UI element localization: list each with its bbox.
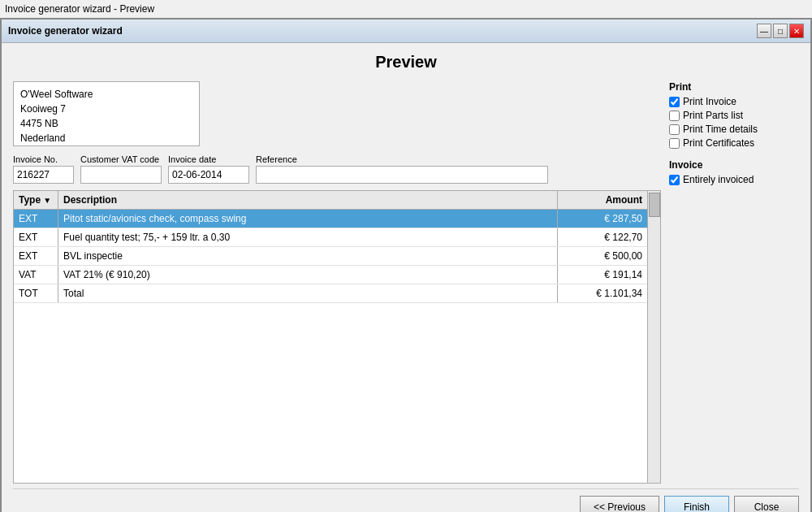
invoice-no-group: Invoice No. bbox=[13, 154, 74, 184]
dialog-title-text: Invoice generator wizard bbox=[8, 25, 123, 37]
print-option: Print Invoice bbox=[669, 96, 799, 107]
table-body: EXT Pitot static/avionics check, compass… bbox=[14, 210, 647, 483]
cell-type: VAT bbox=[14, 266, 58, 284]
table-with-scroll: Type ▼ Description Amount EXT Pitot stat… bbox=[13, 190, 661, 484]
cell-desc: Fuel quantity test; 75,- + 159 ltr. a 0,… bbox=[58, 228, 558, 246]
scrollbar-thumb[interactable] bbox=[649, 193, 660, 217]
print-option: Print Certificates bbox=[669, 137, 799, 149]
header-desc: Description bbox=[58, 191, 558, 209]
type-label: Type bbox=[19, 194, 41, 206]
outer-title-bar: Invoice generator wizard - Preview bbox=[0, 0, 812, 18]
invoice-date-input[interactable] bbox=[168, 166, 249, 184]
preview-title: Preview bbox=[13, 53, 799, 72]
vat-code-group: Customer VAT code bbox=[80, 154, 162, 184]
dialog-content: Preview O'Weel SoftwareKooiweg 74475 NBN… bbox=[2, 43, 810, 512]
table-row[interactable]: EXT Pitot static/avionics check, compass… bbox=[14, 210, 647, 228]
reference-label: Reference bbox=[256, 154, 548, 164]
bottom-bar: << Previous Finish Close bbox=[13, 488, 799, 512]
table-row[interactable]: TOT Total € 1.101,34 bbox=[14, 284, 647, 303]
cell-amount: € 287,50 bbox=[558, 210, 647, 228]
address-box: O'Weel SoftwareKooiweg 74475 NBNederland bbox=[13, 81, 200, 146]
print-group: PrintPrint InvoicePrint Parts listPrint … bbox=[669, 81, 799, 151]
finish-button[interactable]: Finish bbox=[664, 496, 729, 512]
cell-desc: BVL inspectie bbox=[58, 247, 558, 265]
table-row[interactable]: EXT Fuel quantity test; 75,- + 159 ltr. … bbox=[14, 228, 647, 247]
header-amount: Amount bbox=[558, 191, 647, 209]
reference-group: Reference bbox=[256, 154, 548, 184]
sort-icon: ▼ bbox=[43, 196, 51, 205]
reference-input[interactable] bbox=[256, 166, 548, 184]
close-button[interactable]: Close bbox=[734, 496, 799, 512]
print-option: Print Parts list bbox=[669, 110, 799, 121]
scrollbar-area bbox=[648, 190, 661, 484]
vat-code-input[interactable] bbox=[80, 166, 162, 184]
right-panel: PrintPrint InvoicePrint Parts listPrint … bbox=[669, 81, 799, 484]
minimize-button[interactable]: — bbox=[757, 24, 771, 38]
cell-type: TOT bbox=[14, 284, 58, 302]
invoice-date-label: Invoice date bbox=[168, 154, 249, 164]
cell-type: EXT bbox=[14, 247, 58, 265]
table-header: Type ▼ Description Amount bbox=[14, 191, 647, 210]
table-row[interactable]: EXT BVL inspectie € 500,00 bbox=[14, 247, 647, 266]
left-panel: O'Weel SoftwareKooiweg 74475 NBNederland… bbox=[13, 81, 661, 484]
cell-amount: € 191,14 bbox=[558, 266, 647, 284]
print-group-label: Print bbox=[669, 81, 799, 93]
maximize-button[interactable]: □ bbox=[773, 24, 788, 38]
table-container: Type ▼ Description Amount EXT Pitot stat… bbox=[13, 190, 648, 484]
cell-amount: € 500,00 bbox=[558, 247, 647, 265]
form-fields: Invoice No. Customer VAT code Invoice da… bbox=[13, 154, 661, 184]
cell-type: EXT bbox=[14, 228, 58, 246]
table-row[interactable]: VAT VAT 21% (€ 910,20) € 191,14 bbox=[14, 266, 647, 284]
invoice-option: Entirely invoiced bbox=[669, 174, 799, 185]
print-option: Print Time details bbox=[669, 124, 799, 135]
outer-title-text: Invoice generator wizard - Preview bbox=[5, 3, 154, 15]
main-area: O'Weel SoftwareKooiweg 74475 NBNederland… bbox=[13, 81, 799, 484]
cell-type: EXT bbox=[14, 210, 58, 228]
invoice-no-input[interactable] bbox=[13, 166, 74, 184]
dialog-window: Invoice generator wizard — □ ✕ Preview O… bbox=[0, 18, 812, 512]
close-window-button[interactable]: ✕ bbox=[789, 24, 804, 38]
invoice-group-label: Invoice bbox=[669, 159, 799, 171]
cell-amount: € 122,70 bbox=[558, 228, 647, 246]
invoice-date-group: Invoice date bbox=[168, 154, 249, 184]
cell-desc: VAT 21% (€ 910,20) bbox=[58, 266, 558, 284]
vat-code-label: Customer VAT code bbox=[80, 154, 162, 164]
dialog-title-bar: Invoice generator wizard — □ ✕ bbox=[2, 20, 810, 43]
invoice-no-label: Invoice No. bbox=[13, 154, 74, 164]
title-bar-buttons: — □ ✕ bbox=[757, 24, 804, 38]
cell-amount: € 1.101,34 bbox=[558, 284, 647, 302]
invoice-group: InvoiceEntirely invoiced bbox=[669, 159, 799, 188]
header-type: Type ▼ bbox=[14, 191, 58, 209]
cell-desc: Pitot static/avionics check, compass swi… bbox=[58, 210, 558, 228]
cell-desc: Total bbox=[58, 284, 558, 302]
previous-button[interactable]: << Previous bbox=[580, 496, 659, 512]
